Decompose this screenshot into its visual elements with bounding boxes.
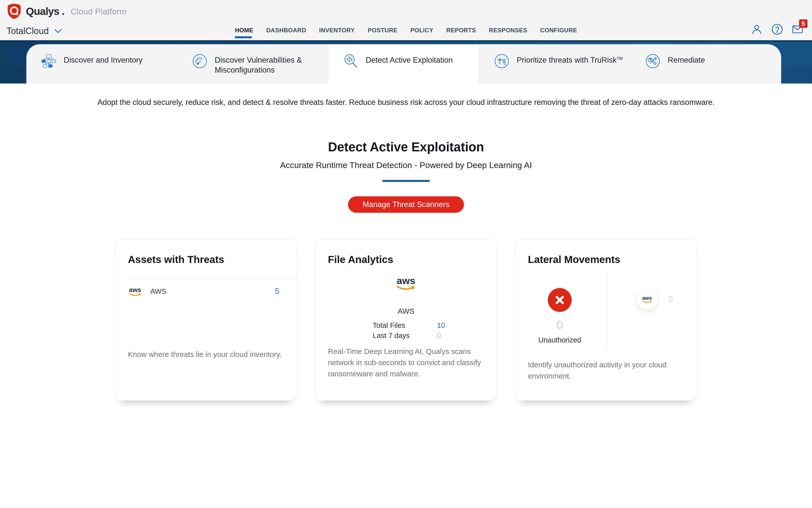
aws-logo-badge: aws — [636, 289, 658, 310]
nav-item-home[interactable]: HOME — [235, 27, 253, 34]
tab-discover-vulnerabilities[interactable]: Discover Vulnerabilities & Misconfigurat… — [177, 44, 328, 84]
top-actions: 5 — [751, 24, 804, 35]
page-subtitle: Accurate Runtime Threat Detection - Powe… — [0, 160, 812, 170]
qualys-totalcloud-home: Qualys. Cloud Platform TotalCloud HOME D… — [0, 0, 812, 508]
trademark-superscript: TM — [616, 56, 623, 61]
card-title: Assets with Threats — [128, 254, 224, 265]
tab-discover-and-inventory[interactable]: Discover and Inventory — [26, 44, 177, 84]
brand-suffix: Cloud Platform — [71, 7, 127, 16]
mail-badge: 5 — [799, 19, 808, 28]
tab-label: Remediate — [668, 53, 705, 65]
aws-logo-icon: aws — [127, 286, 143, 297]
network-inventory-icon — [41, 53, 57, 69]
unauthorized-count: 0 — [523, 318, 597, 332]
tab-label: Detect Active Exploitation — [366, 53, 453, 65]
nav-item-posture[interactable]: POSTURE — [368, 27, 397, 34]
journey-banner: Adopt the cloud securely, reduce risk, a… — [0, 84, 812, 121]
tools-icon — [645, 53, 661, 69]
primary-nav: HOME DASHBOARD INVENTORY POSTURE POLICY … — [235, 27, 577, 34]
card-description: Identify unauthorized activity in your c… — [528, 359, 685, 381]
assets-threat-count[interactable]: 5 — [275, 287, 279, 296]
manage-threat-scanners-button[interactable]: Manage Threat Scanners — [348, 196, 464, 213]
gauge-icon — [192, 53, 208, 69]
card-divider — [127, 279, 297, 279]
stat-label: Total Files — [373, 321, 410, 330]
journey-tabs: Discover and Inventory Discover Vulnerab… — [26, 44, 781, 84]
journey-banner-text: Adopt the cloud securely, reduce risk, a… — [98, 98, 715, 107]
tab-remediate[interactable]: Remediate — [630, 44, 781, 84]
svg-text:aws: aws — [397, 275, 416, 286]
aws-provider-row[interactable]: aws AWS 5 — [127, 286, 279, 297]
unauthorized-summary: 0 Unauthorized — [523, 288, 597, 344]
qualys-logo-icon — [7, 3, 22, 19]
chevron-down-icon — [54, 29, 62, 34]
tab-detect-active-exploitation[interactable]: Detect Active Exploitation — [328, 44, 479, 84]
prioritize-icon — [494, 53, 510, 69]
main-content: Detect Active Exploitation Accurate Runt… — [0, 140, 812, 435]
product-selector-label: TotalCloud — [6, 26, 49, 36]
top-header: Qualys. Cloud Platform TotalCloud HOME D… — [0, 0, 812, 40]
brand-dot: . — [62, 5, 65, 17]
aws-lateral-summary: aws 0 — [636, 289, 673, 310]
nav-item-inventory[interactable]: INVENTORY — [319, 27, 355, 34]
file-stats: Total Files 10 Last 7 days 0 — [373, 321, 445, 340]
user-icon[interactable] — [751, 24, 763, 35]
file-analytics-card: File Analytics aws AWS Total Files 10 La… — [315, 239, 497, 400]
stat-label: Last 7 days — [373, 332, 410, 340]
nav-item-dashboard[interactable]: DASHBOARD — [266, 27, 306, 34]
provider-name: AWS — [315, 307, 497, 315]
total-files-count[interactable]: 10 — [437, 321, 445, 330]
title-underline — [382, 180, 430, 182]
aws-logo: aws — [315, 274, 497, 292]
product-selector[interactable]: TotalCloud — [6, 26, 62, 36]
page-title: Detect Active Exploitation — [0, 140, 812, 154]
nav-item-configure[interactable]: CONFIGURE — [540, 27, 577, 34]
svg-text:aws: aws — [642, 295, 652, 301]
aws-logo-icon: aws — [640, 295, 654, 304]
tab-label: Prioritize threats with TruRiskTM — [517, 53, 623, 65]
brand: Qualys. Cloud Platform — [7, 3, 127, 19]
lateral-movements-card: Lateral Movements 0 Unauthorized aws — [515, 239, 697, 400]
tab-prioritize-trurisk[interactable]: Prioritize threats with TruRiskTM — [479, 44, 630, 84]
card-description: Real-Time Deep Learning AI, Qualys scans… — [328, 346, 485, 379]
card-title: File Analytics — [328, 254, 393, 265]
svg-text:aws: aws — [129, 286, 141, 294]
mail-icon[interactable]: 5 — [791, 24, 804, 35]
help-icon[interactable] — [771, 24, 783, 35]
bug-scan-icon — [343, 53, 359, 69]
aws-logo-icon: aws — [393, 274, 419, 292]
provider-name: AWS — [150, 287, 166, 296]
unauthorized-x-icon — [548, 288, 572, 312]
card-title: Lateral Movements — [528, 254, 620, 265]
summary-cards: Assets with Threats aws AWS 5 Know where… — [0, 239, 812, 435]
unauthorized-label: Unauthorized — [523, 336, 597, 344]
aws-lateral-count: 0 — [669, 295, 673, 304]
last-7-days-count: 0 — [437, 332, 445, 340]
assets-with-threats-card: Assets with Threats aws AWS 5 Know where… — [115, 239, 297, 400]
brand-name: Qualys — [26, 5, 59, 17]
card-description: Know where threats lie in your cloud inv… — [128, 349, 284, 360]
tab-label: Discover Vulnerabilities & Misconfigurat… — [215, 53, 322, 75]
nav-item-policy[interactable]: POLICY — [410, 27, 433, 34]
tab-label: Discover and Inventory — [64, 53, 143, 65]
nav-item-reports[interactable]: REPORTS — [446, 27, 476, 34]
journey-band: Discover and Inventory Discover Vulnerab… — [0, 40, 812, 84]
nav-item-responses[interactable]: RESPONSES — [489, 27, 527, 34]
vertical-divider — [607, 274, 607, 347]
